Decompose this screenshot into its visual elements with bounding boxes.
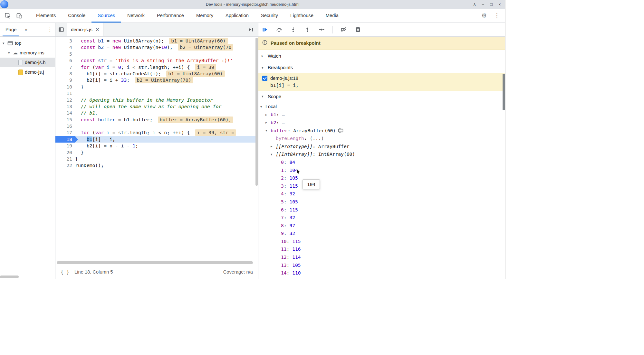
watch-collapse-triangle-icon[interactable]: ▸ bbox=[262, 54, 265, 58]
line-number[interactable]: 15 bbox=[55, 117, 75, 123]
line-number[interactable]: 17 bbox=[55, 129, 75, 136]
code-line-content[interactable]: b1[i] = str.charCodeAt(i);b1 = Uint8Arra… bbox=[75, 70, 258, 77]
navigator-toggle-icon[interactable] bbox=[55, 23, 67, 36]
code-line-content[interactable]: for (var i = 0; i < str.length; ++i) {i … bbox=[75, 64, 258, 70]
tab-media[interactable]: Media bbox=[320, 9, 345, 23]
sidebar-hscrollbar[interactable] bbox=[0, 275, 55, 279]
tab-performance[interactable]: Performance bbox=[151, 9, 190, 23]
scope-row-local[interactable]: ▾Local bbox=[258, 103, 505, 111]
step-into-button[interactable] bbox=[290, 26, 296, 33]
scope-row-int8array[interactable]: ▾[[Int8Array]]: Int8Array(60) bbox=[258, 150, 505, 158]
line-number[interactable]: 20 bbox=[55, 149, 75, 156]
memory-inspector-icon[interactable] bbox=[338, 128, 343, 133]
window-close-button[interactable]: × bbox=[495, 0, 504, 9]
section-scope[interactable]: ▾ Scope bbox=[258, 91, 505, 102]
line-number[interactable]: 16 bbox=[55, 123, 75, 129]
scope-row-b1[interactable]: ▸b1: … bbox=[258, 111, 505, 119]
sidebar-hscrollbar-thumb[interactable] bbox=[0, 276, 19, 278]
window-maximize-button[interactable]: □ bbox=[487, 0, 495, 9]
tree-item-demo-js.j[interactable]: demo-js.j bbox=[0, 67, 55, 77]
code-line-content[interactable]: const b2 = new Uint8Array(n+10);b2 = Uin… bbox=[75, 44, 258, 51]
line-number[interactable]: 3 bbox=[55, 38, 75, 44]
code-line-content[interactable] bbox=[75, 51, 258, 57]
more-tabs-chevron-icon[interactable]: » bbox=[24, 27, 27, 33]
editor-vscrollbar-thumb[interactable] bbox=[255, 38, 258, 186]
code-line-content[interactable] bbox=[75, 90, 258, 97]
line-number[interactable]: 19 bbox=[55, 143, 75, 149]
scope-expand-triangle-icon[interactable]: ▾ bbox=[262, 94, 265, 98]
line-number[interactable]: 4 bbox=[55, 44, 75, 51]
step-out-button[interactable] bbox=[304, 26, 311, 33]
code-line-content[interactable]: } bbox=[75, 149, 258, 156]
scope-expand-triangle-icon[interactable]: ▸ bbox=[271, 144, 276, 148]
tree-item-memory-ins[interactable]: ▾☁memory-ins bbox=[0, 48, 55, 58]
code-line-content[interactable]: // Opening this buffer in the Memory Ins… bbox=[75, 97, 258, 103]
editor-hscrollbar-thumb[interactable] bbox=[57, 261, 253, 264]
scope-expand-triangle-icon[interactable]: ▾ bbox=[271, 152, 276, 156]
window-minimize-button[interactable]: – bbox=[479, 0, 487, 9]
code-line-content[interactable]: runDemo(); bbox=[75, 162, 258, 169]
deactivate-breakpoints-button[interactable] bbox=[341, 26, 347, 33]
scope-expand-triangle-icon[interactable]: ▾ bbox=[265, 128, 271, 132]
line-number[interactable]: 12 bbox=[55, 97, 75, 103]
code-line-content[interactable]: for (var i = str.length; i < n; ++i) {i … bbox=[75, 129, 258, 136]
code-line-content[interactable]: // will open the same view as for openin… bbox=[75, 103, 258, 110]
step-over-button[interactable] bbox=[276, 26, 282, 33]
navigator-menu-kebab-icon[interactable]: ⋮ bbox=[47, 26, 53, 33]
tree-item-demo-js.h[interactable]: demo-js.h bbox=[0, 58, 55, 67]
line-number[interactable]: 21 bbox=[55, 156, 75, 162]
code-line-content[interactable]: b1[i] = i; bbox=[75, 136, 258, 143]
scope-expand-triangle-icon[interactable]: ▸ bbox=[265, 113, 271, 117]
code-line-content[interactable]: // b1. bbox=[75, 110, 258, 116]
section-breakpoints[interactable]: ▾ Breakpoints bbox=[258, 62, 505, 73]
tab-security[interactable]: Security bbox=[255, 9, 284, 23]
tree-expand-triangle-icon[interactable]: ▾ bbox=[8, 51, 13, 55]
line-number[interactable]: 14 bbox=[55, 110, 75, 116]
tab-network[interactable]: Network bbox=[121, 9, 151, 23]
code-line-content[interactable]: b2[i] = n - i - 1; bbox=[75, 143, 258, 149]
tab-page[interactable]: Page bbox=[3, 23, 19, 36]
scope-expand-triangle-icon[interactable]: ▾ bbox=[260, 105, 265, 108]
line-number[interactable]: 9 bbox=[55, 77, 75, 83]
scope-expand-triangle-icon[interactable]: ▸ bbox=[265, 120, 271, 124]
tree-expand-triangle-icon[interactable]: ▾ bbox=[3, 41, 7, 45]
line-number[interactable]: 10 bbox=[55, 84, 75, 90]
device-toolbar-icon[interactable] bbox=[16, 13, 23, 19]
debugger-vscrollbar-thumb[interactable] bbox=[503, 74, 505, 110]
code-line-content[interactable]: } bbox=[75, 156, 258, 162]
code-line-content[interactable]: } bbox=[75, 84, 258, 90]
more-options-kebab-icon[interactable]: ⋮ bbox=[494, 13, 500, 19]
code-editor[interactable]: 3 const b1 = new Uint8Array(n);b1 = Uint… bbox=[55, 37, 258, 265]
tab-lighthouse[interactable]: Lighthouse bbox=[284, 9, 320, 23]
breakpoints-expand-triangle-icon[interactable]: ▾ bbox=[262, 66, 265, 70]
debugger-panel-toggle-icon[interactable] bbox=[244, 23, 258, 36]
line-number[interactable]: 11 bbox=[55, 90, 75, 97]
code-line-content[interactable]: const b1 = new Uint8Array(n);b1 = Uint8A… bbox=[75, 38, 258, 44]
line-number[interactable]: 18 bbox=[55, 136, 75, 143]
line-number[interactable]: 8 bbox=[55, 70, 75, 77]
step-button[interactable] bbox=[318, 26, 325, 33]
scope-row-b2[interactable]: ▸b2: … bbox=[258, 118, 505, 126]
scope-row-buffer[interactable]: ▾buffer: ArrayBuffer(60) bbox=[258, 126, 505, 135]
breakpoint-entry[interactable]: demo-js.js:18 b1[i] = i; bbox=[258, 73, 505, 91]
line-number[interactable]: 22 bbox=[55, 162, 75, 169]
editor-tab-demo-js[interactable]: demo-js.js × bbox=[67, 23, 103, 36]
tab-memory[interactable]: Memory bbox=[190, 9, 219, 23]
code-line-content[interactable]: const buffer = b1.buffer;buffer = ArrayB… bbox=[75, 117, 258, 123]
scope-row-prototype[interactable]: ▸[[Prototype]]: ArrayBuffer bbox=[258, 142, 505, 150]
line-number[interactable]: 5 bbox=[55, 51, 75, 57]
line-number[interactable]: 7 bbox=[55, 64, 75, 70]
close-tab-icon[interactable]: × bbox=[95, 27, 100, 33]
section-watch[interactable]: ▸ Watch bbox=[258, 50, 505, 62]
tab-elements[interactable]: Elements bbox=[30, 9, 62, 23]
breakpoint-checkbox[interactable] bbox=[262, 76, 267, 81]
code-line-content[interactable]: const str = 'This is a string in the Arr… bbox=[75, 57, 258, 64]
tab-console[interactable]: Console bbox=[62, 9, 91, 23]
line-number[interactable]: 13 bbox=[55, 103, 75, 110]
code-line-content[interactable] bbox=[75, 123, 258, 129]
code-line-content[interactable]: b2[i] = i + 33;b2 = Uint8Array(70) bbox=[75, 77, 258, 83]
tree-item-top[interactable]: ▾top bbox=[0, 38, 55, 48]
settings-gear-icon[interactable]: ⚙ bbox=[481, 13, 487, 19]
inspect-icon[interactable] bbox=[5, 13, 11, 19]
tab-sources[interactable]: Sources bbox=[91, 9, 121, 23]
